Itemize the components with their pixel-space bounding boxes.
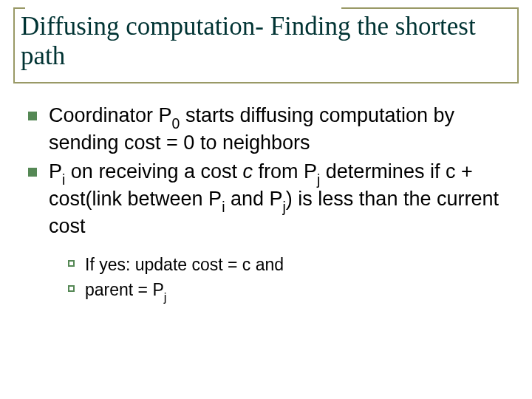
square-bullet-icon [28, 168, 37, 177]
title-text: Diffusing computation- Finding the short… [21, 12, 476, 70]
square-bullet-icon [28, 112, 37, 120]
sub-bullet-1-text: If yes: update cost = c and [85, 254, 284, 276]
title-box: Diffusing computation- Finding the short… [13, 7, 519, 83]
bullet-2-text: Pi on receiving a cost c from Pj determi… [49, 160, 507, 239]
sub-bullet-list: If yes: update cost = c and parent = Pj [68, 254, 507, 304]
sub-bullet-1: If yes: update cost = c and [68, 254, 507, 276]
slide-title: Diffusing computation- Finding the short… [21, 12, 511, 72]
bullet-1-text: Coordinator P0 starts diffusing computat… [49, 103, 507, 155]
bullet-2: Pi on receiving a cost c from Pj determi… [28, 160, 507, 239]
hollow-square-bullet-icon [68, 285, 75, 292]
sub-bullet-2-text: parent = Pj [85, 279, 166, 304]
sub-bullet-2: parent = Pj [68, 279, 507, 304]
bullet-1: Coordinator P0 starts diffusing computat… [28, 103, 507, 155]
body: Coordinator P0 starts diffusing computat… [28, 103, 507, 309]
slide: Diffusing computation- Finding the short… [0, 0, 532, 399]
hollow-square-bullet-icon [68, 260, 75, 267]
